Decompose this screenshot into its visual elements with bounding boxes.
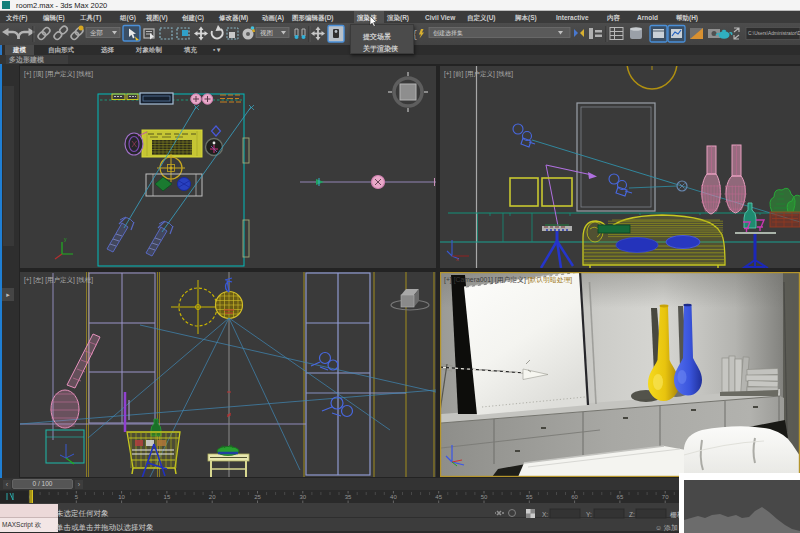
svg-text:[+] [左] [用户定义] [线框]: [+] [左] [用户定义] [线框] [24, 276, 93, 284]
svg-text:55: 55 [526, 494, 533, 500]
svg-text:20: 20 [209, 494, 216, 500]
svg-text:Y:: Y: [586, 511, 592, 518]
svg-text:30: 30 [299, 494, 306, 500]
svg-text:40: 40 [390, 494, 397, 500]
svg-text:视图: 视图 [260, 29, 273, 37]
svg-text:60: 60 [571, 494, 578, 500]
svg-text:[+] [顶] [用户定义] [线框]: [+] [顶] [用户定义] [线框] [24, 70, 93, 78]
svg-text:65: 65 [617, 494, 624, 500]
svg-text:35: 35 [345, 494, 352, 500]
svg-text:[+] [前] [用户定义] [线框]: [+] [前] [用户定义] [线框] [444, 70, 513, 78]
svg-text:C:\Users\Administrator\Do: C:\Users\Administrator\Do [748, 31, 800, 36]
svg-text:全部: 全部 [90, 29, 103, 37]
svg-text:Z:: Z: [629, 511, 635, 518]
svg-text:[+] [Camera001] [用户定义] [默认明暗处理: [+] [Camera001] [用户定义] [默认明暗处理] [444, 276, 572, 284]
svg-text:创建选择集: 创建选择集 [433, 30, 463, 37]
svg-text:5: 5 [75, 494, 79, 500]
svg-text:10: 10 [118, 494, 125, 500]
svg-text:70: 70 [662, 494, 669, 500]
svg-text:15: 15 [164, 494, 171, 500]
svg-text:X:: X: [542, 511, 548, 518]
svg-text:50: 50 [481, 494, 488, 500]
svg-text:45: 45 [435, 494, 442, 500]
svg-text:25: 25 [254, 494, 261, 500]
